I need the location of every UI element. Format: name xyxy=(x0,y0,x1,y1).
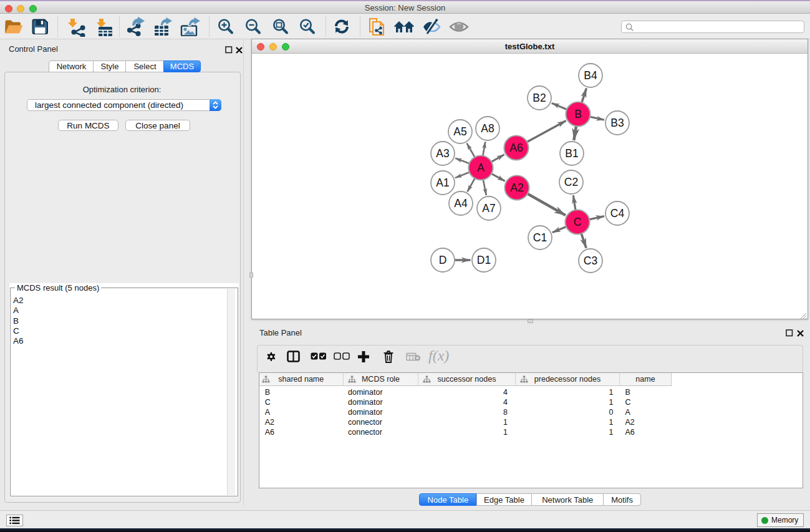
svg-text:C: C xyxy=(574,216,582,228)
svg-text:A8: A8 xyxy=(481,122,494,135)
svg-text:A3: A3 xyxy=(436,147,449,160)
svg-text:B2: B2 xyxy=(533,92,546,104)
svg-text:C2: C2 xyxy=(564,176,578,188)
svg-text:A6: A6 xyxy=(509,142,523,154)
svg-text:C1: C1 xyxy=(533,231,547,244)
svg-text:A7: A7 xyxy=(482,202,495,215)
svg-text:D: D xyxy=(439,254,447,266)
svg-text:B4: B4 xyxy=(584,69,597,82)
svg-text:C4: C4 xyxy=(610,207,625,220)
svg-text:A: A xyxy=(477,162,485,174)
svg-text:A4: A4 xyxy=(454,197,468,210)
svg-text:B: B xyxy=(574,108,582,120)
svg-text:A5: A5 xyxy=(453,125,466,138)
svg-text:A1: A1 xyxy=(436,177,449,189)
svg-text:A2: A2 xyxy=(510,181,523,194)
svg-text:B1: B1 xyxy=(565,147,578,160)
svg-text:C3: C3 xyxy=(584,254,597,267)
svg-text:D1: D1 xyxy=(477,254,491,266)
svg-text:B3: B3 xyxy=(610,117,624,129)
